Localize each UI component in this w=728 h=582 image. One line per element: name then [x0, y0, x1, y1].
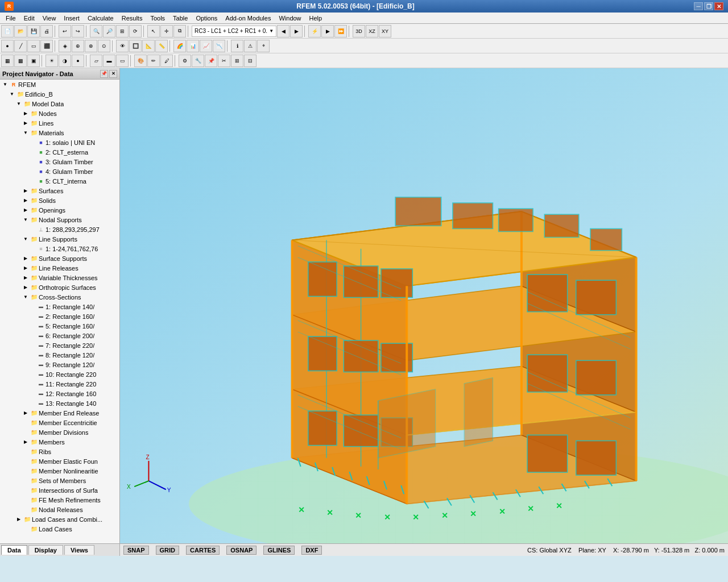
- tree-femesh[interactable]: 📁 FE Mesh Refinements: [0, 495, 119, 505]
- tree-nodalrel[interactable]: 📁 Nodal Releases: [0, 505, 119, 514]
- tb-undo[interactable]: ↩: [59, 25, 71, 38]
- tb-edge1[interactable]: ▱: [90, 55, 102, 67]
- minimize-button[interactable]: ─: [694, 2, 703, 10]
- tree-nodes[interactable]: ▶ 📁 Nodes: [0, 109, 119, 118]
- tree-linesup[interactable]: ▼ 📁 Line Supports: [0, 234, 119, 244]
- tb-view3[interactable]: 📐: [142, 40, 155, 52]
- tb-warn[interactable]: ⚠: [244, 40, 257, 52]
- tb-misc3[interactable]: 📌: [205, 55, 217, 67]
- tree-membecc[interactable]: 📁 Member Eccentricitie: [0, 418, 119, 427]
- tb-misc6[interactable]: ⊟: [244, 55, 257, 67]
- expand-members[interactable]: ▶: [22, 438, 30, 446]
- tb-prev[interactable]: ◀: [277, 25, 289, 38]
- expand-linerel[interactable]: ▶: [22, 264, 30, 272]
- tb-surface[interactable]: ▭: [27, 40, 40, 52]
- tb-move[interactable]: ✛: [160, 25, 173, 38]
- tree-cs1[interactable]: ▬ 1: Rectangle 140/: [0, 302, 119, 311]
- tb-render3[interactable]: ▣: [27, 55, 40, 67]
- expand-openings[interactable]: ▶: [22, 206, 30, 214]
- expand-modeldata[interactable]: ▼: [15, 100, 23, 108]
- expand-loadcases[interactable]: ▶: [15, 516, 23, 523]
- tree-varthick[interactable]: ▶ 📁 Variable Thicknesses: [0, 273, 119, 282]
- expand-varthick[interactable]: ▶: [22, 274, 30, 282]
- tb-misc1[interactable]: ⚙: [179, 55, 191, 67]
- menu-tools[interactable]: Tools: [147, 14, 168, 23]
- close-button[interactable]: ✕: [714, 2, 723, 10]
- tree-loadcases[interactable]: ▶ 📁 Load Cases and Combi...: [0, 514, 119, 524]
- tree-rfem[interactable]: ▼ R RFEM: [0, 80, 119, 89]
- menu-insert[interactable]: Insert: [60, 14, 83, 23]
- tb-node[interactable]: ●: [1, 40, 14, 52]
- tb-3d[interactable]: 3D: [353, 25, 365, 38]
- tree-cs9[interactable]: ▬ 9: Rectangle 120/: [0, 360, 119, 369]
- tree-setmemb[interactable]: 📁 Sets of Members: [0, 476, 119, 485]
- tree-openings[interactable]: ▶ 📁 Openings: [0, 205, 119, 215]
- tb-res1[interactable]: 🌈: [173, 40, 186, 52]
- tb-view2[interactable]: 🔲: [129, 40, 142, 52]
- tree-mat1[interactable]: ■ 1: solaio | UNI EN: [0, 138, 119, 147]
- tree-membnon[interactable]: 📁 Member Nonlinearitie: [0, 466, 119, 476]
- menu-table[interactable]: Table: [169, 14, 191, 23]
- expand-surfsup[interactable]: ▶: [22, 255, 30, 263]
- tb-color3[interactable]: 🖊: [160, 55, 173, 67]
- restore-button[interactable]: ❐: [704, 2, 713, 10]
- tb-print[interactable]: 🖨: [40, 25, 53, 38]
- tb-view4[interactable]: 📏: [155, 40, 168, 52]
- tb-open[interactable]: 📂: [14, 25, 27, 38]
- expand-rfem[interactable]: ▼: [1, 81, 9, 89]
- tree-surfaces[interactable]: ▶ 📁 Surfaces: [0, 186, 119, 196]
- expand-nodes[interactable]: ▶: [22, 110, 30, 118]
- tree-surfsup[interactable]: ▶ 📁 Surface Supports: [0, 253, 119, 263]
- tb-solid[interactable]: ⬛: [40, 40, 53, 52]
- tb-line[interactable]: ╱: [14, 40, 27, 52]
- osnap-button[interactable]: OSNAP: [226, 546, 257, 555]
- tab-views[interactable]: Views: [64, 545, 94, 555]
- dxf-button[interactable]: DXF: [301, 546, 322, 555]
- menu-help[interactable]: Help: [306, 14, 326, 23]
- grid-button[interactable]: GRID: [156, 546, 180, 555]
- tb-xz[interactable]: XZ: [366, 25, 378, 38]
- tree-materials[interactable]: ▼ 📁 Materials: [0, 128, 119, 138]
- nav-pin[interactable]: 📌: [100, 70, 108, 78]
- tb-light3[interactable]: ●: [72, 55, 84, 67]
- tree-cs5[interactable]: ▬ 5: Rectangle 160/: [0, 321, 119, 331]
- tree-intersec[interactable]: 📁 Intersections of Surfa: [0, 485, 119, 495]
- tb-calc2[interactable]: ▶: [321, 25, 334, 38]
- tree-cs11[interactable]: ▬ 11: Rectangle 220: [0, 379, 119, 389]
- tree-cs13[interactable]: ▬ 13: Rectangle 140: [0, 398, 119, 408]
- tb-new[interactable]: 📄: [1, 25, 14, 38]
- tree-linesup1[interactable]: ≡ 1: 1-24,761,762,76: [0, 244, 119, 253]
- tb-render1[interactable]: ▦: [1, 55, 14, 67]
- glines-button[interactable]: GLINES: [263, 546, 295, 555]
- tree-edificio[interactable]: ▼ 📁 Edificio_B: [0, 89, 119, 99]
- tb-res4[interactable]: 📉: [213, 40, 225, 52]
- tb-zoom-out[interactable]: 🔎: [103, 25, 115, 38]
- tb-disp4[interactable]: ⊙: [98, 40, 110, 52]
- snap-button[interactable]: SNAP: [123, 546, 149, 555]
- tb-color1[interactable]: 🎨: [134, 55, 147, 67]
- tree-mat3[interactable]: ■ 3: Glulam Timber: [0, 157, 119, 167]
- tb-loadcombo[interactable]: RC3 - LC1 + LC2 + RC1 + 0. ▼: [192, 26, 276, 37]
- tb-edge3[interactable]: ▭: [116, 55, 129, 67]
- tb-xy[interactable]: XY: [379, 25, 391, 38]
- tb-res3[interactable]: 📈: [200, 40, 212, 52]
- expand-linesup[interactable]: ▼: [22, 235, 30, 243]
- tree-nodsup[interactable]: ▼ 📁 Nodal Supports: [0, 215, 119, 225]
- tb-next[interactable]: ▶: [290, 25, 303, 38]
- expand-lines[interactable]: ▶: [22, 119, 30, 127]
- tb-color2[interactable]: ✏: [147, 55, 160, 67]
- tree-modeldata[interactable]: ▼ 📁 Model Data: [0, 99, 119, 109]
- tree-cs12[interactable]: ▬ 12: Rectangle 160: [0, 389, 119, 398]
- tb-edge2[interactable]: ▬: [103, 55, 115, 67]
- tb-view1[interactable]: 👁: [116, 40, 129, 52]
- tb-misc5[interactable]: ⊞: [231, 55, 243, 67]
- tree-lines[interactable]: ▶ 📁 Lines: [0, 118, 119, 128]
- tb-select[interactable]: ↖: [147, 25, 160, 38]
- tree-membdiv[interactable]: 📁 Member Divisions: [0, 427, 119, 437]
- tb-redo[interactable]: ↪: [72, 25, 84, 38]
- tree-solids[interactable]: ▶ 📁 Solids: [0, 196, 119, 205]
- tree-cs2[interactable]: ▬ 2: Rectangle 160/: [0, 311, 119, 321]
- tree-nodsup1[interactable]: ⊥ 1: 288,293,295,297: [0, 225, 119, 234]
- tb-zoom-all[interactable]: ⊞: [116, 25, 129, 38]
- tree-crosssec[interactable]: ▼ 📁 Cross-Sections: [0, 292, 119, 302]
